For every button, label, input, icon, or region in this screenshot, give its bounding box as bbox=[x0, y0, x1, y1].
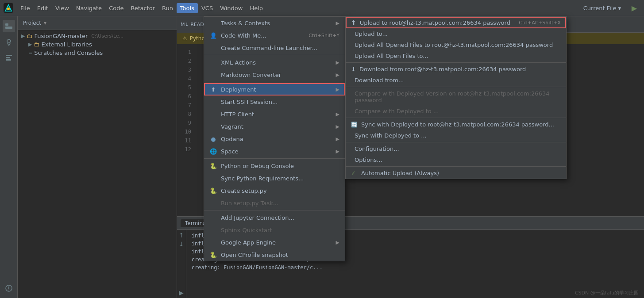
cprofile-icon: 🐍 bbox=[209, 251, 217, 259]
menu-http-client[interactable]: HTTP Client ▶ bbox=[204, 108, 345, 120]
submenu-upload-all-open[interactable]: Upload All Open Files to... bbox=[346, 50, 566, 61]
folder-icon: 🗀 bbox=[27, 33, 32, 39]
line-numbers: 1 2 3 4 5 6 7 8 9 10 11 12 bbox=[177, 44, 195, 216]
auto-upload-check: ✓ bbox=[351, 170, 356, 176]
options-label: Options... bbox=[355, 157, 382, 163]
menu-sync-python[interactable]: Sync Python Requirements... bbox=[204, 172, 345, 184]
submenu-upload-all-opened[interactable]: Upload All Opened Files to root@hz-t3.ma… bbox=[346, 39, 566, 50]
menu-add-jupyter[interactable]: Add Jupyter Connection... bbox=[204, 211, 345, 224]
submenu-divider-1 bbox=[346, 62, 566, 63]
menu-python-debug[interactable]: 🐍 Python or Debug Console bbox=[204, 160, 345, 172]
submenu-auto-upload[interactable]: ✓ Automatic Upload (Always) bbox=[346, 168, 566, 179]
terminal-line-5: creating: FusionGAN/FusionGAN-master/c..… bbox=[192, 264, 564, 271]
menu-code[interactable]: Code bbox=[105, 3, 127, 13]
sidebar-project-icon[interactable] bbox=[3, 20, 15, 32]
expand-icon-libs: ▶ bbox=[28, 42, 32, 47]
sphinx-icon bbox=[209, 226, 217, 234]
submenu-sync-deployed-to[interactable]: Sync with Deployed to ... bbox=[346, 130, 566, 141]
launcher-icon bbox=[209, 44, 217, 52]
submenu-configuration[interactable]: Configuration... bbox=[346, 143, 566, 154]
menu-sphinx: Sphinx Quickstart bbox=[204, 224, 345, 236]
vagrant-label: Vagrant bbox=[221, 123, 243, 130]
xml-label: XML Actions bbox=[221, 59, 256, 66]
http-icon bbox=[209, 110, 217, 118]
menu-code-with-me[interactable]: 👤 Code With Me... Ctrl+Shift+Y bbox=[204, 29, 345, 42]
submenu-upload-specific[interactable]: ⬆ Upload to root@hz-t3.matpool.com:26634… bbox=[346, 17, 566, 28]
compare-to-label: Compare with Deployed to ... bbox=[355, 108, 439, 115]
menu-edit[interactable]: Edit bbox=[34, 3, 52, 13]
current-file-selector[interactable]: Current File ▾ bbox=[580, 4, 625, 12]
sidebar-structure-icon[interactable] bbox=[3, 52, 15, 64]
tools-dropdown: Tasks & Contexts ▶ 👤 Code With Me... Ctr… bbox=[204, 16, 345, 261]
project-title: Project bbox=[23, 20, 41, 26]
menu-xml-actions[interactable]: XML Actions ▶ bbox=[204, 56, 345, 69]
create-setup-icon: 🐍 bbox=[209, 187, 217, 195]
menu-create-setup[interactable]: 🐍 Create setup.py bbox=[204, 184, 345, 197]
add-jupyter-label: Add Jupyter Connection... bbox=[221, 214, 294, 221]
menu-run[interactable]: Run bbox=[158, 3, 177, 13]
space-icon: 🌐 bbox=[209, 147, 217, 155]
tree-item-scratches[interactable]: ≡ Scratches and Consoles bbox=[18, 49, 177, 57]
submenu-divider-4 bbox=[346, 142, 566, 142]
markdown-icon bbox=[209, 71, 217, 79]
google-app-engine-label: Google App Engine bbox=[221, 239, 276, 246]
submenu-upload-to[interactable]: Upload to... bbox=[346, 28, 566, 39]
tree-item-external-libs[interactable]: ▶ 🗀 External Libraries bbox=[18, 40, 177, 49]
app-logo bbox=[4, 3, 13, 13]
sync-specific-icon: 🔄 bbox=[351, 122, 358, 128]
terminal-scroll-down[interactable]: ↓ bbox=[179, 241, 184, 248]
menu-vagrant[interactable]: Vagrant ▶ bbox=[204, 120, 345, 133]
menu-start-ssh[interactable]: Start SSH Session... bbox=[204, 96, 345, 108]
current-file-label: Current File bbox=[583, 5, 617, 11]
menu-navigate[interactable]: Navigate bbox=[73, 3, 105, 13]
space-arrow: ▶ bbox=[336, 149, 339, 154]
menu-deployment[interactable]: ⬆ Deployment ▶ bbox=[204, 83, 345, 96]
menu-open-cprofile[interactable]: 🐍 Open CProfile snapshot bbox=[204, 248, 345, 261]
sync-to-label: Sync with Deployed to ... bbox=[355, 132, 427, 139]
menu-google-app-engine[interactable]: Google App Engine ▶ bbox=[204, 236, 345, 248]
run-button[interactable]: ▶ bbox=[628, 2, 640, 14]
project-header: Project ▾ bbox=[18, 16, 177, 30]
menu-window[interactable]: Window bbox=[216, 3, 246, 13]
python-debug-label: Python or Debug Console bbox=[221, 163, 294, 169]
menu-view[interactable]: View bbox=[52, 3, 73, 13]
menu-create-launcher[interactable]: Create Command-line Launcher... bbox=[204, 42, 345, 54]
project-panel: Project ▾ ▶ 🗀 FusionGAN-master C:\Users\… bbox=[18, 16, 177, 298]
menu-run-setup: Run setup.py Task... bbox=[204, 197, 345, 209]
tree-item-fusiongan[interactable]: ▶ 🗀 FusionGAN-master C:\Users\Le... bbox=[18, 32, 177, 40]
menu-tasks-contexts[interactable]: Tasks & Contexts ▶ bbox=[204, 17, 345, 29]
svg-rect-4 bbox=[5, 27, 12, 29]
submenu-divider-5 bbox=[346, 166, 566, 167]
submenu-download-from[interactable]: Download from... bbox=[346, 75, 566, 86]
ssh-icon bbox=[209, 98, 217, 106]
terminal-scroll-up[interactable]: ↑ bbox=[179, 232, 184, 239]
menu-tools[interactable]: Tools bbox=[177, 3, 198, 13]
markdown-label: Markdown Converter bbox=[221, 72, 281, 78]
menu-vcs[interactable]: VCS bbox=[198, 3, 216, 13]
submenu-download-specific[interactable]: ⬇ Download from root@hz-t3.matpool.com:2… bbox=[346, 64, 566, 75]
menu-qodana[interactable]: ● Qodana ▶ bbox=[204, 133, 345, 145]
menu-help[interactable]: Help bbox=[246, 3, 266, 13]
scratch-icon: ≡ bbox=[28, 50, 32, 56]
sidebar-bottom-icon[interactable] bbox=[3, 282, 15, 294]
tree-item-label-scratches: Scratches and Consoles bbox=[34, 50, 103, 56]
menubar: File Edit View Navigate Code Refactor Ru… bbox=[0, 0, 644, 16]
svg-point-2 bbox=[7, 8, 10, 10]
http-arrow: ▶ bbox=[336, 111, 339, 117]
svg-rect-3 bbox=[5, 23, 8, 26]
menu-refactor[interactable]: Refactor bbox=[127, 3, 158, 13]
sidebar-bookmarks-icon[interactable] bbox=[3, 36, 15, 48]
menu-space[interactable]: 🌐 Space ▶ bbox=[204, 145, 345, 157]
sidebar bbox=[0, 16, 18, 298]
code-with-me-label: Code With Me... bbox=[221, 32, 266, 39]
divider-4 bbox=[204, 210, 345, 210]
menu-markdown-converter[interactable]: Markdown Converter ▶ bbox=[204, 69, 345, 81]
menu-file[interactable]: File bbox=[17, 3, 34, 13]
submenu-options[interactable]: Options... bbox=[346, 154, 566, 165]
deployment-label: Deployment bbox=[221, 86, 256, 93]
create-setup-label: Create setup.py bbox=[221, 187, 267, 194]
terminal-run-btn[interactable]: ▶ bbox=[179, 289, 184, 296]
markdown-label: M↓ READ bbox=[181, 22, 204, 27]
terminal-watermark: CSDN @一朵fafa的学习庄园 bbox=[570, 288, 644, 298]
submenu-sync-deployed-specific[interactable]: 🔄 Sync with Deployed to root@hz-t3.matpo… bbox=[346, 119, 566, 130]
